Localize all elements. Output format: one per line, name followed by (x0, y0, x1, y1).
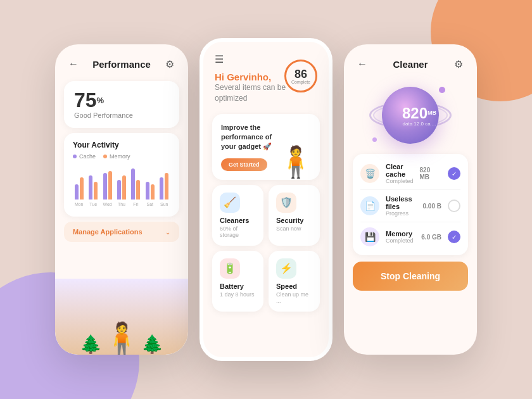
bar-memory (122, 175, 126, 200)
tree-right-icon: 🌲 (141, 334, 163, 355)
activity-title: Your Activity (73, 141, 170, 149)
bar-memory (108, 171, 112, 200)
bar-cache (146, 182, 149, 200)
item-name: Useless files (386, 195, 417, 210)
stop-cleaning-button[interactable]: Stop Cleaning (353, 262, 468, 291)
item-name: Memory (386, 230, 415, 238)
item-check: ✓ (448, 231, 460, 243)
planet-visual: 820MB data 12.0 ca ... (369, 84, 452, 147)
score-card: 75% Good Performance (64, 81, 179, 128)
promo-person-icon: 🧍 (277, 144, 315, 180)
security-sub: Scan now (276, 225, 312, 232)
cleaners-title: Cleaners (220, 217, 256, 224)
back-button[interactable]: ← (66, 57, 80, 71)
chart-area: Mon Tue Wed Thu Fri Sat (73, 165, 170, 209)
score-label: Good Performance (74, 111, 169, 119)
planet-sphere: 820MB data 12.0 ca ... (382, 87, 439, 144)
bar-cache (160, 177, 163, 200)
chart-legend: Cache Memory (73, 153, 170, 160)
complete-badge: 86 Complete (284, 60, 317, 92)
chart-day-label: Wed (103, 202, 111, 206)
item-check[interactable] (448, 200, 460, 212)
performance-header: ← Performance ⚙ (55, 44, 188, 77)
planet-dot-1 (439, 87, 445, 93)
chart-day-label: Mon (75, 202, 84, 206)
chevron-down-icon: ⌄ (165, 229, 170, 236)
cleaner-title: Cleaner (393, 59, 428, 70)
phones-container: ← Performance ⚙ 75% Good Performance You… (55, 38, 477, 361)
settings-button[interactable]: ⚙ (163, 57, 177, 71)
memory-info: Memory Completed (386, 230, 415, 244)
cleaners-icon: 🧹 (220, 193, 240, 213)
feature-card-battery[interactable]: 🔋 Battery 1 day 8 hours (212, 251, 263, 312)
security-title: Security (276, 217, 312, 224)
manage-text: Manage Applications (73, 228, 142, 236)
storage-display: 820MB data 12.0 ca ... (402, 106, 436, 127)
bar-cache (103, 173, 107, 200)
security-icon: 🛡️ (276, 193, 296, 213)
chart-day-label: Sun (160, 202, 168, 206)
cleaner-header: ← Cleaner ⚙ (344, 44, 477, 77)
chart-day-label: Thu (118, 202, 125, 206)
activity-card: Your Activity Cache Memory Mon Tue (64, 133, 179, 217)
chart-day-sun: Sun (158, 173, 170, 206)
bar-cache (117, 180, 121, 200)
item-size: 0.00 B (423, 203, 441, 210)
useless-files-info: Useless files Progress (386, 195, 417, 217)
storage-unit: MB (428, 110, 436, 116)
speed-sub: Clean up me ... (276, 291, 312, 304)
score-unit: % (97, 96, 104, 105)
clear-cache-icon: 🗑️ (360, 164, 379, 183)
feature-grid: 🧹 Cleaners 60% of storage 🛡️ Security Sc… (212, 185, 320, 312)
speed-icon: ⚡ (276, 258, 296, 279)
feature-card-speed[interactable]: ⚡ Speed Clean up me ... (269, 251, 320, 312)
feature-card-cleaners[interactable]: 🧹 Cleaners 60% of storage (212, 185, 263, 246)
complete-label: Complete (291, 80, 310, 84)
score-number: 75 (74, 89, 97, 111)
performance-illustration: 🌲 🧍 🌲 (55, 279, 188, 355)
promo-card: Improve the performance of your gadget 🚀… (212, 114, 320, 180)
useless-files-icon: 📄 (360, 196, 379, 215)
chart-day-tue: Tue (87, 175, 99, 207)
cache-dot (73, 155, 77, 158)
chart-day-label: Tue (89, 202, 97, 206)
bar-memory (151, 184, 155, 200)
bar-cache (131, 168, 135, 200)
cleaner-back-button[interactable]: ← (355, 57, 369, 71)
chart-day-wed: Wed (101, 171, 113, 207)
cleaner-settings-button[interactable]: ⚙ (452, 57, 466, 71)
bar-cache (89, 175, 92, 200)
tree-left-icon: 🌲 (80, 334, 102, 355)
feature-card-security[interactable]: 🛡️ Security Scan now (269, 185, 320, 246)
cleaner-item-clear-cache: 🗑️ Clear cache Completed 820 MB ✓ (360, 158, 460, 190)
phone-cleaner: ← Cleaner ⚙ 820MB data 12.0 ca ... (344, 44, 477, 355)
cleaners-sub: 60% of storage (220, 225, 256, 238)
chart-day-fri: Fri (130, 168, 142, 206)
stop-cleaning-text: Stop Cleaning (381, 271, 440, 281)
memory-icon: 💾 (360, 227, 379, 246)
clear-cache-info: Clear cache Completed (386, 163, 414, 184)
phone-performance: ← Performance ⚙ 75% Good Performance You… (55, 44, 188, 355)
performance-title: Performance (92, 59, 151, 70)
get-started-button[interactable]: Get Started (221, 158, 267, 171)
bar-memory (94, 182, 98, 200)
chart-day-label: Sat (147, 202, 154, 206)
phone-home: ☰ Hi Gervinho, Several items can be opti… (200, 38, 332, 361)
planet-dot-2 (372, 137, 377, 142)
bar-memory (136, 180, 140, 200)
manage-applications-button[interactable]: Manage Applications ⌄ (64, 222, 179, 242)
person-scooter-icon: 🧍 (102, 320, 141, 355)
item-name: Clear cache (386, 163, 414, 178)
cleaner-item-memory: 💾 Memory Completed 6.0 GB ✓ (360, 222, 460, 251)
cleaner-list: 🗑️ Clear cache Completed 820 MB ✓ 📄 Usel… (353, 154, 468, 255)
bar-memory (165, 173, 168, 200)
cleaner-item-useless-files: 📄 Useless files Progress 0.00 B (360, 190, 460, 222)
speed-title: Speed (276, 282, 312, 290)
planet-visual-container: 820MB data 12.0 ca ... (344, 77, 477, 150)
item-check: ✓ (448, 167, 460, 180)
bar-cache (75, 184, 79, 200)
legend-cache: Cache (73, 153, 96, 160)
battery-sub: 1 day 8 hours (220, 291, 256, 298)
chart-day-mon: Mon (73, 177, 85, 206)
chart-day-sat: Sat (144, 182, 156, 206)
